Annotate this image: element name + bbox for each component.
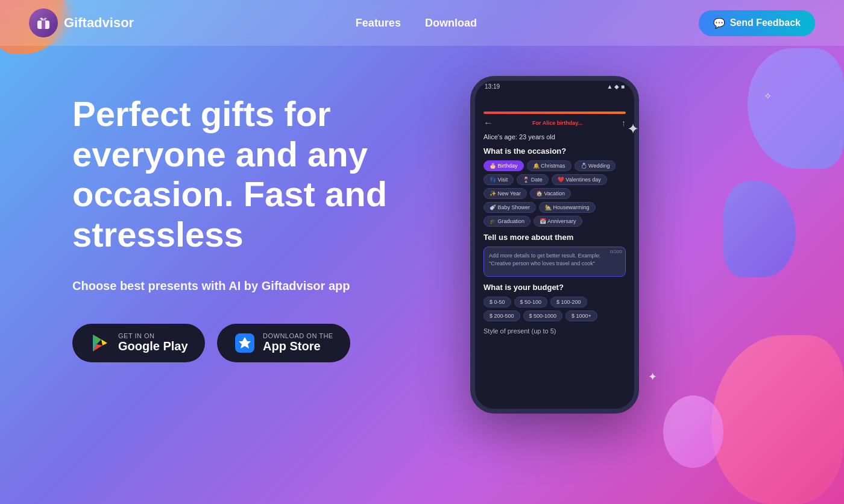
phone-tag-valentines[interactable]: ❤️ Valentines day [552, 174, 607, 185]
sparkle-icon-2: ✦ [648, 370, 657, 383]
phone-style-label: Style of present (up to 5) [483, 327, 556, 335]
phone-tag-vacation[interactable]: 🏠 Vacation [530, 188, 571, 199]
hero-subtitle-brand: Giftadvisor [262, 279, 326, 292]
navbar: Giftadvisor Features Download 💬 Send Fee… [0, 0, 844, 46]
phone-tag-date[interactable]: 🍷 Date [517, 174, 549, 185]
feedback-label: Send Feedback [730, 17, 801, 28]
phone-budget-0-50[interactable]: $ 0-50 [483, 297, 511, 307]
app-store-small: DOWNLOAD ON THE [263, 332, 333, 339]
phone-header: ← For Alice birthday... ↑ [483, 118, 626, 128]
phone-tag-wedding[interactable]: 💍 Wedding [575, 160, 616, 171]
sparkle-icon-1: ✦ [627, 121, 639, 137]
phone-age-info: Alice's age: 23 years old [483, 133, 626, 140]
phone-textarea-placeholder: Add more details to get better result. E… [489, 253, 600, 266]
phone-occasion-title: What is the occasion? [483, 146, 626, 156]
phone-age-value: 23 years old [519, 133, 555, 140]
nav-download[interactable]: Download [425, 17, 477, 30]
phone-progress-bar [483, 112, 626, 114]
svg-marker-8 [93, 335, 101, 351]
phone-occasion-tags: 🎂 Birthday 🔔 Christmas 💍 Wedding 👣 Visit… [483, 160, 626, 227]
svg-marker-4 [101, 339, 107, 345]
phone-tag-babyshower[interactable]: 🍼 Baby Shower [483, 202, 536, 213]
phone-budget-500-1000[interactable]: $ 500-1000 [523, 310, 563, 321]
hero-subtitle-prefix: Choose best presents with AI by [72, 279, 262, 292]
phone-budget-tags: $ 0-50 $ 50-100 $ 100-200 $ 200-500 $ 50… [483, 297, 626, 321]
hero-left: Perfect gifts for everyone and any occas… [72, 82, 434, 362]
phone-textarea-container: Add more details to get better result. E… [483, 247, 626, 277]
logo-icon [29, 8, 58, 37]
hero-subtitle: Choose best presents with AI by Giftadvi… [72, 277, 434, 295]
phone-time: 13:19 [485, 83, 500, 90]
phone-mockup-container: 13:19 ▲ ◆ ■ ← For Alice birthday... ↑ Al… [470, 82, 639, 414]
google-play-text: GET IN ON Google Play [118, 332, 188, 353]
app-store-big: App Store [263, 339, 333, 353]
sparkle-icon-3: ✧ [764, 90, 772, 102]
app-store-button[interactable]: DOWNLOAD ON THE App Store [217, 324, 350, 362]
hero-title: Perfect gifts for everyone and any occas… [72, 94, 434, 255]
google-play-big: Google Play [118, 339, 188, 353]
nav-logo: Giftadvisor [29, 8, 134, 37]
phone-budget-200-500[interactable]: $ 200-500 [483, 310, 520, 321]
phone-budget-title: What is your budget? [483, 283, 626, 292]
google-play-small: GET IN ON [118, 332, 188, 339]
phone-notch [524, 90, 585, 107]
phone-tag-graduation[interactable]: 🎓 Graduation [483, 216, 531, 227]
nav-features[interactable]: Features [356, 17, 401, 30]
phone-budget-50-100[interactable]: $ 50-100 [514, 297, 548, 307]
feedback-icon: 💬 [713, 17, 725, 29]
hero-subtitle-suffix: app [325, 279, 350, 292]
app-store-icon [234, 332, 256, 354]
send-feedback-button[interactable]: 💬 Send Feedback [699, 10, 815, 36]
phone-tag-anniversary[interactable]: 📅 Anniversary [534, 216, 582, 227]
phone-tag-christmas[interactable]: 🔔 Christmas [527, 160, 572, 171]
hero-section: Perfect gifts for everyone and any occas… [0, 46, 844, 414]
phone-tag-visit[interactable]: 👣 Visit [483, 174, 514, 185]
phone-tag-birthday[interactable]: 🎂 Birthday [483, 160, 524, 171]
svg-rect-1 [42, 20, 45, 29]
phone-tag-newyear[interactable]: ✨ New Year [483, 188, 527, 199]
phone-budget-100-200[interactable]: $ 100-200 [550, 297, 587, 307]
phone-details-textarea[interactable]: Add more details to get better result. E… [483, 247, 626, 277]
nav-links: Features Download [356, 17, 477, 30]
phone-style-title: Style of present (up to 5) [483, 327, 626, 335]
phone-screen: ← For Alice birthday... ↑ Alice's age: 2… [475, 107, 634, 343]
phone-status-icons: ▲ ◆ ■ [607, 83, 625, 90]
store-buttons: GET IN ON Google Play DOWNLOAD ON THE Ap… [72, 324, 434, 362]
phone-status-bar: 13:19 ▲ ◆ ■ [475, 81, 634, 90]
brand-name: Giftadvisor [64, 15, 134, 31]
app-store-text: DOWNLOAD ON THE App Store [263, 332, 333, 353]
phone-age-label: Alice's age: [483, 133, 517, 140]
phone-back-icon: ← [483, 118, 493, 128]
phone-more-info-title: Tell us more about them [483, 233, 626, 242]
phone-char-count: 0/200 [610, 249, 622, 254]
phone-share-icon: ↑ [622, 118, 626, 128]
phone-tag-housewarming[interactable]: 🏡 Housewarming [539, 202, 596, 213]
phone-nav-title: For Alice birthday... [532, 120, 582, 126]
phone-mockup: 13:19 ▲ ◆ ■ ← For Alice birthday... ↑ Al… [470, 76, 639, 414]
google-play-icon [89, 332, 111, 354]
google-play-button[interactable]: GET IN ON Google Play [72, 324, 205, 362]
phone-budget-1000-plus[interactable]: $ 1000+ [565, 310, 597, 321]
